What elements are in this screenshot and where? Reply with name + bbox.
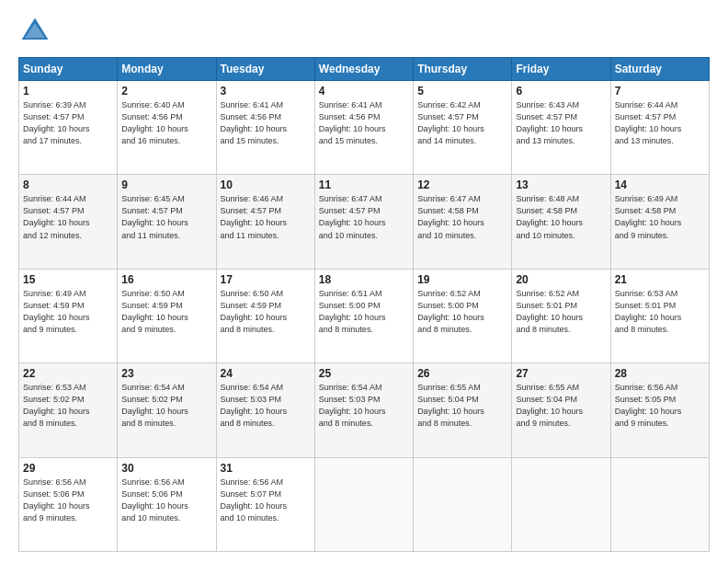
calendar-cell: 19Sunrise: 6:52 AM Sunset: 5:00 PM Dayli… (414, 269, 512, 362)
calendar-week-row: 8Sunrise: 6:44 AM Sunset: 4:57 PM Daylig… (19, 175, 710, 269)
day-number: 24 (221, 367, 311, 380)
day-number: 22 (23, 367, 113, 380)
day-info: Sunrise: 6:47 AM Sunset: 4:58 PM Dayligh… (417, 193, 507, 241)
day-info: Sunrise: 6:44 AM Sunset: 4:57 PM Dayligh… (615, 99, 705, 147)
day-info: Sunrise: 6:44 AM Sunset: 4:57 PM Dayligh… (23, 193, 113, 241)
calendar-cell: 20Sunrise: 6:52 AM Sunset: 5:01 PM Dayli… (512, 269, 610, 362)
logo-icon (18, 15, 51, 48)
day-info: Sunrise: 6:51 AM Sunset: 5:00 PM Dayligh… (319, 288, 409, 336)
header (18, 15, 710, 48)
day-info: Sunrise: 6:53 AM Sunset: 5:01 PM Dayligh… (615, 288, 705, 336)
day-number: 5 (417, 85, 507, 98)
day-number: 8 (23, 178, 113, 191)
calendar-cell: 2Sunrise: 6:40 AM Sunset: 4:56 PM Daylig… (118, 81, 216, 175)
day-number: 16 (121, 273, 211, 286)
day-info: Sunrise: 6:41 AM Sunset: 4:56 PM Dayligh… (221, 99, 311, 147)
calendar-cell: 23Sunrise: 6:54 AM Sunset: 5:02 PM Dayli… (118, 363, 216, 457)
day-number: 26 (417, 367, 507, 380)
day-number: 19 (417, 273, 507, 286)
calendar-week-row: 1Sunrise: 6:39 AM Sunset: 4:57 PM Daylig… (19, 81, 710, 175)
day-info: Sunrise: 6:54 AM Sunset: 5:02 PM Dayligh… (121, 382, 211, 430)
day-number: 14 (615, 178, 705, 191)
weekday-header-row: SundayMondayTuesdayWednesdayThursdayFrid… (19, 58, 710, 81)
day-info: Sunrise: 6:54 AM Sunset: 5:03 PM Dayligh… (221, 382, 311, 430)
calendar-cell: 12Sunrise: 6:47 AM Sunset: 4:58 PM Dayli… (414, 175, 512, 269)
weekday-header: Friday (512, 58, 610, 81)
logo (18, 15, 55, 48)
day-info: Sunrise: 6:52 AM Sunset: 5:00 PM Dayligh… (417, 288, 507, 336)
calendar-cell: 10Sunrise: 6:46 AM Sunset: 4:57 PM Dayli… (216, 175, 314, 269)
calendar-week-row: 15Sunrise: 6:49 AM Sunset: 4:59 PM Dayli… (19, 269, 710, 362)
day-info: Sunrise: 6:56 AM Sunset: 5:06 PM Dayligh… (121, 477, 211, 524)
calendar-cell: 14Sunrise: 6:49 AM Sunset: 4:58 PM Dayli… (610, 175, 709, 269)
day-number: 9 (121, 178, 211, 191)
calendar-cell: 24Sunrise: 6:54 AM Sunset: 5:03 PM Dayli… (216, 363, 314, 457)
day-number: 18 (319, 273, 409, 286)
calendar-week-row: 29Sunrise: 6:56 AM Sunset: 5:06 PM Dayli… (19, 457, 710, 551)
day-info: Sunrise: 6:55 AM Sunset: 5:04 PM Dayligh… (417, 382, 507, 430)
weekday-header: Thursday (414, 58, 512, 81)
calendar-cell: 13Sunrise: 6:48 AM Sunset: 4:58 PM Dayli… (512, 175, 610, 269)
calendar-cell: 27Sunrise: 6:55 AM Sunset: 5:04 PM Dayli… (512, 363, 610, 457)
weekday-header: Monday (118, 58, 216, 81)
day-number: 30 (121, 462, 211, 475)
day-number: 13 (516, 178, 606, 191)
day-number: 31 (221, 462, 311, 475)
calendar-week-row: 22Sunrise: 6:53 AM Sunset: 5:02 PM Dayli… (19, 363, 710, 457)
day-info: Sunrise: 6:46 AM Sunset: 4:57 PM Dayligh… (221, 193, 311, 241)
calendar-cell: 22Sunrise: 6:53 AM Sunset: 5:02 PM Dayli… (19, 363, 118, 457)
calendar-cell: 4Sunrise: 6:41 AM Sunset: 4:56 PM Daylig… (314, 81, 413, 175)
day-info: Sunrise: 6:56 AM Sunset: 5:06 PM Dayligh… (23, 477, 113, 524)
day-info: Sunrise: 6:55 AM Sunset: 5:04 PM Dayligh… (516, 382, 606, 430)
day-number: 21 (615, 273, 705, 286)
day-number: 1 (23, 85, 113, 98)
day-info: Sunrise: 6:48 AM Sunset: 4:58 PM Dayligh… (516, 193, 606, 241)
calendar-cell: 3Sunrise: 6:41 AM Sunset: 4:56 PM Daylig… (216, 81, 314, 175)
calendar-cell: 30Sunrise: 6:56 AM Sunset: 5:06 PM Dayli… (118, 457, 216, 551)
day-number: 27 (516, 367, 606, 380)
day-info: Sunrise: 6:42 AM Sunset: 4:57 PM Dayligh… (417, 99, 507, 147)
day-number: 10 (221, 178, 311, 191)
calendar-cell: 15Sunrise: 6:49 AM Sunset: 4:59 PM Dayli… (19, 269, 118, 362)
day-number: 6 (516, 85, 606, 98)
calendar-cell: 7Sunrise: 6:44 AM Sunset: 4:57 PM Daylig… (610, 81, 709, 175)
calendar-cell: 16Sunrise: 6:50 AM Sunset: 4:59 PM Dayli… (118, 269, 216, 362)
calendar-cell: 26Sunrise: 6:55 AM Sunset: 5:04 PM Dayli… (414, 363, 512, 457)
calendar-cell (414, 457, 512, 551)
calendar-cell: 5Sunrise: 6:42 AM Sunset: 4:57 PM Daylig… (414, 81, 512, 175)
day-info: Sunrise: 6:53 AM Sunset: 5:02 PM Dayligh… (23, 382, 113, 430)
calendar-cell: 17Sunrise: 6:50 AM Sunset: 4:59 PM Dayli… (216, 269, 314, 362)
weekday-header: Sunday (19, 58, 118, 81)
calendar-cell: 18Sunrise: 6:51 AM Sunset: 5:00 PM Dayli… (314, 269, 413, 362)
day-info: Sunrise: 6:56 AM Sunset: 5:05 PM Dayligh… (615, 382, 705, 430)
day-info: Sunrise: 6:50 AM Sunset: 4:59 PM Dayligh… (221, 288, 311, 336)
day-info: Sunrise: 6:56 AM Sunset: 5:07 PM Dayligh… (221, 477, 311, 524)
calendar-cell: 31Sunrise: 6:56 AM Sunset: 5:07 PM Dayli… (216, 457, 314, 551)
day-number: 20 (516, 273, 606, 286)
day-info: Sunrise: 6:54 AM Sunset: 5:03 PM Dayligh… (319, 382, 409, 430)
day-number: 12 (417, 178, 507, 191)
calendar-cell (610, 457, 709, 551)
day-info: Sunrise: 6:43 AM Sunset: 4:57 PM Dayligh… (516, 99, 606, 147)
day-info: Sunrise: 6:50 AM Sunset: 4:59 PM Dayligh… (121, 288, 211, 336)
day-number: 3 (221, 85, 311, 98)
day-number: 25 (319, 367, 409, 380)
day-info: Sunrise: 6:52 AM Sunset: 5:01 PM Dayligh… (516, 288, 606, 336)
weekday-header: Saturday (610, 58, 709, 81)
day-info: Sunrise: 6:41 AM Sunset: 4:56 PM Dayligh… (319, 99, 409, 147)
day-number: 23 (121, 367, 211, 380)
calendar-cell: 28Sunrise: 6:56 AM Sunset: 5:05 PM Dayli… (610, 363, 709, 457)
day-info: Sunrise: 6:45 AM Sunset: 4:57 PM Dayligh… (121, 193, 211, 241)
day-number: 15 (23, 273, 113, 286)
calendar-cell (314, 457, 413, 551)
calendar-cell: 6Sunrise: 6:43 AM Sunset: 4:57 PM Daylig… (512, 81, 610, 175)
weekday-header: Wednesday (314, 58, 413, 81)
day-info: Sunrise: 6:49 AM Sunset: 4:59 PM Dayligh… (23, 288, 113, 336)
calendar-cell: 8Sunrise: 6:44 AM Sunset: 4:57 PM Daylig… (19, 175, 118, 269)
calendar-cell: 11Sunrise: 6:47 AM Sunset: 4:57 PM Dayli… (314, 175, 413, 269)
day-number: 17 (221, 273, 311, 286)
calendar-table: SundayMondayTuesdayWednesdayThursdayFrid… (18, 57, 710, 552)
day-number: 4 (319, 85, 409, 98)
calendar-cell: 29Sunrise: 6:56 AM Sunset: 5:06 PM Dayli… (19, 457, 118, 551)
day-info: Sunrise: 6:40 AM Sunset: 4:56 PM Dayligh… (121, 99, 211, 147)
